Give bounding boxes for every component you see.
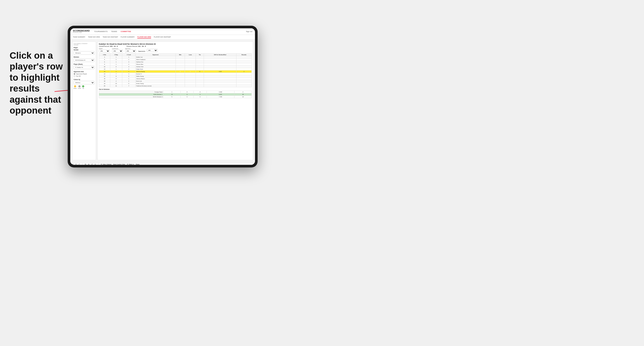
tab-player-h2h-grid[interactable]: PLAYER H2H GRID [137, 36, 151, 39]
watch-icon: 👁 [127, 164, 128, 165]
table-cell [185, 68, 196, 70]
toolbar-back[interactable]: ↶ [78, 163, 80, 165]
table-cell [185, 56, 196, 58]
table-row[interactable]: 613Sydney Kuo [99, 61, 252, 63]
filter-region-select[interactable]: (All) [99, 49, 110, 52]
ood-row[interactable]: NCAA Division 25007.40010 [99, 96, 252, 98]
table-cell [236, 82, 252, 85]
table-row[interactable]: 1474Eunice Yi [99, 73, 252, 75]
radio-opponents-played[interactable]: Opponents Played [74, 73, 94, 75]
toolbar-save-custom[interactable]: Save Custom View [113, 164, 125, 165]
table-row[interactable]: 522Alexis Sudjianto [99, 58, 252, 61]
table-cell: 4 [122, 63, 136, 66]
table-cell [204, 58, 236, 61]
tab-player-summary[interactable]: PLAYER SUMMARY [121, 36, 135, 39]
radio-top-100[interactable]: Top 100 [74, 75, 94, 77]
table-cell [176, 82, 185, 85]
toolbar-grid[interactable]: ⊞ [85, 163, 86, 165]
table-cell [196, 75, 204, 78]
filter-conference: Conference (All) [112, 48, 123, 52]
toolbar-refresh[interactable]: ↺ [91, 163, 93, 165]
toolbar-share[interactable]: Share [136, 164, 140, 165]
table-cell: Federica Domecq Lacroze [135, 85, 176, 87]
sign-out-button[interactable]: Sign out [246, 30, 252, 32]
ood-row[interactable]: Foreign Team1004.5002 [99, 91, 252, 93]
table-cell [236, 73, 252, 75]
table-cell: Emily Chang [135, 82, 176, 85]
filter-conference-select[interactable]: (All) [112, 49, 123, 52]
table-cell [196, 68, 204, 70]
table-cell: Alexis Sudjianto [135, 58, 176, 61]
toolbar-undo[interactable]: ⟲ [72, 163, 74, 165]
player-section-label: Player [74, 47, 94, 48]
gender-select[interactable]: Women's [74, 51, 94, 55]
filter-opponent-select[interactable]: (All) [125, 49, 136, 52]
toolbar-clock[interactable]: ⊙ [94, 163, 96, 165]
toolbar-add[interactable]: ⊕ [88, 163, 90, 165]
table-cell: 5 [99, 58, 110, 61]
col-opponent: Opponent [135, 54, 176, 56]
table-cell: Jessica Huang [135, 70, 176, 73]
toolbar-divider-1 [82, 163, 82, 165]
table-cell: 13 [99, 68, 110, 70]
table-cell [185, 78, 196, 80]
table-cell [196, 80, 204, 82]
toolbar-redo[interactable]: ⟳ [75, 163, 77, 165]
nav-item-teams[interactable]: TEAMS [111, 30, 117, 33]
division-select[interactable]: NCAA Division III [74, 58, 94, 62]
table-cell: 16 [99, 78, 110, 80]
nav-item-committee[interactable]: COMMITTEE [120, 30, 131, 33]
player-rank-select[interactable]: 8. Katelyn Vo [74, 66, 94, 69]
table-cell: 11 [110, 85, 122, 87]
tab-team-summary[interactable]: TEAM SUMMARY [73, 36, 85, 39]
col-rounds: Rounds [236, 54, 252, 56]
table-row[interactable]: 1063Andrea York [99, 66, 252, 68]
table-cell [204, 68, 236, 70]
table-row[interactable]: 1585Stella Chang [99, 75, 252, 78]
tab-team-h2h-heatmap[interactable]: TEAM H2H HEATMAP [102, 36, 118, 39]
ood-row[interactable]: NAIA Division 115009.26730 [99, 93, 252, 96]
table-cell [236, 85, 252, 87]
bottom-toolbar: ⟲ ⟳ ↶ ⊞ ⊕ ↺ ⊙ 👁 View: Original Save Cust… [70, 162, 255, 165]
colour-by-select[interactable]: Win/loss [74, 81, 94, 84]
filter-opponent-label: Opponent [125, 48, 136, 49]
table-row[interactable]: 1312Haejo Hyun [99, 68, 252, 70]
ood-cell: 0 [194, 93, 207, 96]
table-cell [185, 85, 196, 87]
right-panel: Katelyn Vo Head-to-Head Grid for Women's… [97, 41, 253, 160]
table-cell [176, 56, 185, 58]
left-panel: Last Updated: 27/03/2024 16:55:28 Player… [72, 41, 96, 160]
table-cell [196, 82, 204, 85]
col-reg: # Reg [110, 54, 122, 56]
table-cell [176, 68, 185, 70]
table-cell [185, 58, 196, 61]
table-row[interactable]: 1691Jessica Mason [99, 78, 252, 80]
table-row[interactable]: 20117Federica Domecq Lacroze [99, 85, 252, 87]
filters-row: Region (All) Conference (All) Opponent [99, 48, 252, 52]
table-row[interactable]: 1822Euna Lee [99, 80, 252, 82]
table-row[interactable]: 311Esther Lee [99, 56, 252, 58]
table-row[interactable]: 914Sharon Mun [99, 63, 252, 66]
tab-player-h2h-heatmap[interactable]: PLAYER H2H HEATMAP [154, 36, 171, 39]
table-cell: 1 [122, 70, 136, 73]
table-cell [185, 80, 196, 82]
table-cell: 3 [122, 66, 136, 68]
toolbar-watch[interactable]: 👁 Watch ▾ [127, 164, 134, 165]
table-cell [196, 61, 204, 63]
table-row[interactable]: 19106Emily Chang [99, 82, 252, 85]
tab-team-h2h-grid[interactable]: TEAM H2H GRID [88, 36, 100, 39]
nav-item-tournaments[interactable]: TOURNAMENTS [94, 30, 108, 33]
legend-level: Level [78, 85, 81, 89]
table-cell [196, 63, 204, 66]
ood-cell: 0 [194, 91, 207, 93]
opponents-filter-select[interactable]: (All) [147, 49, 158, 52]
table-cell [176, 58, 185, 61]
ood-table: Foreign Team1004.5002NAIA Division 11500… [99, 91, 252, 98]
ood-cell: 0 [180, 93, 194, 96]
toolbar-view-original[interactable]: 👁 View: Original [101, 164, 111, 165]
ood-cell: NAIA Division 1 [99, 93, 163, 96]
table-cell: 0 [176, 70, 185, 73]
table-cell: 8 [110, 75, 122, 78]
colour-by-label: Colour by [74, 79, 94, 80]
table-row[interactable]: 1311Jessica Huang010-3.002 [99, 70, 252, 73]
